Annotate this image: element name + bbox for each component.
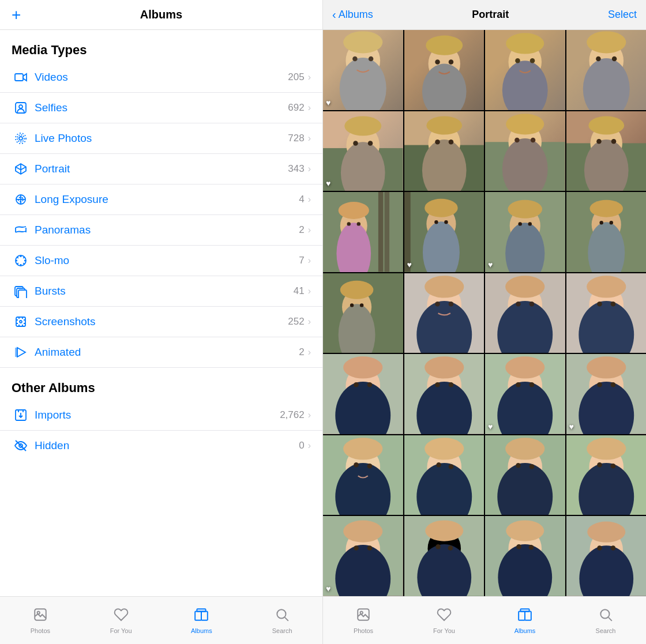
svg-rect-85 xyxy=(323,192,403,272)
photo-cell[interactable]: ♥ xyxy=(566,354,647,434)
svg-point-44 xyxy=(369,57,374,62)
photo-cell[interactable] xyxy=(323,435,403,515)
photo-cell[interactable]: ♥ xyxy=(323,516,403,596)
sidebar-item-panoramas[interactable]: Panoramas 2 › xyxy=(0,215,322,246)
svg-point-82 xyxy=(596,139,602,144)
photo-cell[interactable] xyxy=(404,354,484,434)
svg-rect-73 xyxy=(485,142,565,191)
portrait-label: Portrait xyxy=(35,163,288,175)
right-tab-photos[interactable]: Photos xyxy=(323,597,404,644)
photo-cell[interactable] xyxy=(404,30,484,110)
svg-point-147 xyxy=(425,357,464,379)
animated-count: 2 xyxy=(299,347,304,358)
photo-cell[interactable]: ♥ xyxy=(485,354,565,434)
left-search-tab-label: Search xyxy=(272,627,292,634)
import-icon xyxy=(12,408,30,422)
photo-cell[interactable] xyxy=(485,516,565,596)
hidden-label: Hidden xyxy=(35,439,299,452)
svg-point-141 xyxy=(343,357,382,379)
sidebar-item-hidden[interactable]: Hidden 0 › xyxy=(0,431,322,461)
photo-cell[interactable]: ♥ xyxy=(323,30,403,110)
svg-point-185 xyxy=(345,530,380,570)
photo-cell[interactable] xyxy=(323,273,403,353)
svg-point-74 xyxy=(508,123,542,161)
svg-point-125 xyxy=(508,285,542,325)
sidebar-item-imports[interactable]: Imports 2,762 › xyxy=(0,400,322,431)
svg-point-193 xyxy=(435,544,441,549)
photo-cell[interactable] xyxy=(323,192,403,272)
bursts-count: 41 xyxy=(294,285,305,297)
photo-cell[interactable] xyxy=(404,111,484,191)
sidebar-item-selfies[interactable]: Selfies 692 › xyxy=(0,93,322,123)
svg-point-62 xyxy=(346,126,380,164)
add-album-button[interactable]: + xyxy=(12,6,21,24)
right-panel: ‹ Albums Portrait Select ♥ xyxy=(323,0,646,644)
person-icon xyxy=(12,101,30,115)
svg-point-138 xyxy=(335,382,390,434)
photo-cell[interactable]: ♥ xyxy=(323,111,403,191)
svg-point-59 xyxy=(611,57,617,62)
svg-rect-212 xyxy=(520,609,529,611)
photo-cell[interactable] xyxy=(323,354,403,434)
right-tab-for-you[interactable]: For You xyxy=(404,597,484,644)
svg-point-110 xyxy=(609,221,613,224)
svg-point-50 xyxy=(426,36,463,55)
sidebar-item-live-photos[interactable]: Live Photos 728 › xyxy=(0,123,322,154)
photo-cell[interactable] xyxy=(485,435,565,515)
imports-chevron: › xyxy=(308,410,311,420)
sidebar-item-videos[interactable]: Videos 205 › xyxy=(0,62,322,93)
svg-rect-106 xyxy=(566,192,647,272)
svg-point-187 xyxy=(354,546,359,551)
svg-point-86 xyxy=(340,210,367,242)
left-tab-bar: Photos For You Albums xyxy=(0,596,322,644)
photo-cell[interactable]: ♥ xyxy=(485,192,565,272)
heart-icon: ♥ xyxy=(326,584,330,593)
heart-icon: ♥ xyxy=(488,260,493,269)
photo-cell[interactable] xyxy=(566,273,647,353)
left-tab-photos[interactable]: Photos xyxy=(0,597,81,644)
svg-point-77 xyxy=(531,137,536,142)
svg-rect-172 xyxy=(485,435,565,515)
left-tab-albums[interactable]: Albums xyxy=(162,597,242,644)
svg-rect-166 xyxy=(404,435,484,515)
sidebar-item-portrait[interactable]: Portrait 343 › xyxy=(0,154,322,184)
svg-point-197 xyxy=(508,530,542,568)
back-button[interactable]: ‹ Albums xyxy=(332,8,373,21)
photo-cell[interactable] xyxy=(404,435,484,515)
long-exposure-label: Long Exposure xyxy=(35,193,299,206)
photo-cell[interactable] xyxy=(566,30,647,110)
photo-cell[interactable] xyxy=(566,111,647,191)
left-tab-search[interactable]: Search xyxy=(242,597,322,644)
photo-cell[interactable] xyxy=(485,30,565,110)
photo-cell[interactable] xyxy=(485,111,565,191)
right-tab-search[interactable]: Search xyxy=(565,597,646,644)
photo-cell[interactable] xyxy=(566,516,647,596)
photo-cell[interactable] xyxy=(404,273,484,353)
photo-cell[interactable]: ♥ xyxy=(404,192,484,272)
photo-cell[interactable] xyxy=(404,516,484,596)
photo-cell[interactable] xyxy=(566,435,647,515)
photo-cell[interactable] xyxy=(485,273,565,353)
sidebar-item-bursts[interactable]: Bursts 41 › xyxy=(0,276,322,307)
svg-line-40 xyxy=(285,617,288,620)
sidebar-item-screenshots[interactable]: Screenshots 252 › xyxy=(0,307,322,337)
svg-point-152 xyxy=(529,382,535,387)
svg-rect-67 xyxy=(404,145,484,191)
imports-label: Imports xyxy=(35,409,280,421)
svg-point-194 xyxy=(448,546,453,551)
svg-point-70 xyxy=(435,140,440,145)
svg-rect-93 xyxy=(404,192,484,272)
sidebar-item-animated[interactable]: Animated 2 › xyxy=(0,337,322,368)
left-tab-for-you[interactable]: For You xyxy=(81,597,162,644)
portrait-chevron: › xyxy=(308,164,311,174)
svg-point-129 xyxy=(505,276,544,297)
sidebar-item-long-exposure[interactable]: Long Exposure 4 › xyxy=(0,184,322,215)
svg-point-105 xyxy=(508,200,542,219)
svg-point-41 xyxy=(345,41,380,80)
svg-point-66 xyxy=(344,116,381,135)
sidebar-item-slomo[interactable]: Slo-mo 7 › xyxy=(0,246,322,276)
select-button[interactable]: Select xyxy=(608,9,637,21)
photo-cell[interactable] xyxy=(566,192,647,272)
svg-point-146 xyxy=(448,382,453,387)
right-tab-albums[interactable]: Albums xyxy=(484,597,565,644)
